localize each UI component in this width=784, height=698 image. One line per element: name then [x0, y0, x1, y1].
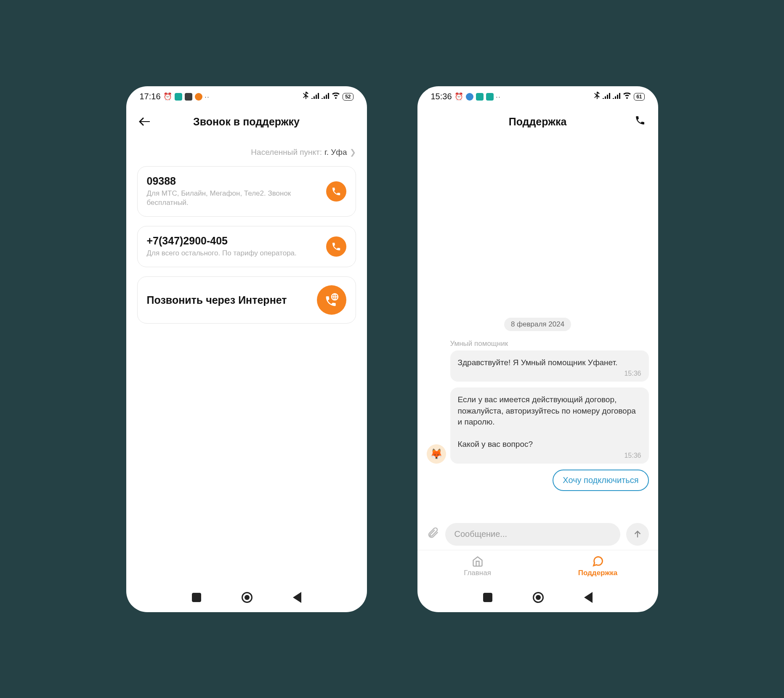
tab-support[interactable]: Поддержка	[538, 550, 658, 583]
status-more-icon: ··	[496, 93, 501, 100]
status-bar: 15:36 ⏰ ·· 61	[417, 86, 658, 107]
phone-support-chat: 15:36 ⏰ ·· 61	[417, 86, 658, 612]
call-card-full[interactable]: +7(347)2900-405 Для всего остального. По…	[137, 226, 356, 267]
tab-home-label: Главная	[464, 569, 491, 577]
bluetooth-icon	[594, 92, 600, 101]
back-system-button[interactable]	[293, 592, 301, 603]
status-time: 15:36	[431, 92, 452, 101]
signal-icon	[613, 93, 620, 101]
system-nav-bar	[126, 583, 367, 612]
home-button[interactable]	[242, 592, 252, 603]
message-composer: Сообщение...	[417, 515, 658, 550]
wifi-icon	[332, 93, 340, 101]
locality-selector[interactable]: Населенный пункт: г. Уфа ❯	[137, 148, 356, 157]
chat-message: Если у вас имеется действующий договор, …	[450, 387, 649, 464]
locality-value: г. Уфа	[324, 148, 347, 157]
bluetooth-icon	[303, 92, 309, 101]
system-nav-bar	[417, 583, 658, 612]
message-placeholder: Сообщение...	[454, 529, 508, 539]
battery-icon: 52	[343, 93, 353, 101]
date-divider: 8 февраля 2024	[504, 318, 571, 331]
call-card-internet[interactable]: Позвонить через Интернет	[137, 276, 356, 324]
phone-desc: Для всего остального. По тарифу оператор…	[147, 249, 320, 258]
battery-icon: 61	[634, 93, 644, 101]
call-button[interactable]	[326, 236, 346, 257]
sender-name: Умный помощник	[450, 340, 649, 348]
call-icon-button[interactable]	[635, 115, 646, 129]
internet-call-title: Позвонить через Интернет	[147, 294, 311, 307]
phone-number: 09388	[147, 175, 320, 187]
tab-support-label: Поддержка	[578, 569, 618, 577]
call-button[interactable]	[326, 181, 346, 202]
call-card-short[interactable]: 09388 Для МТС, Билайн, Мегафон, Теле2. З…	[137, 166, 356, 217]
message-time: 15:36	[458, 452, 641, 459]
signal-icon	[603, 93, 610, 101]
chevron-right-icon: ❯	[350, 148, 356, 157]
signal-icon	[311, 93, 319, 101]
recents-button[interactable]	[192, 593, 201, 602]
status-app-icon	[185, 93, 192, 101]
page-title: Поддержка	[509, 116, 567, 128]
app-header: Звонок в поддержку	[126, 107, 367, 137]
wifi-icon	[623, 93, 631, 101]
status-app-icon	[466, 93, 473, 101]
alarm-icon: ⏰	[454, 92, 463, 101]
status-app-icon	[476, 93, 484, 101]
bottom-nav: Главная Поддержка	[417, 550, 658, 583]
status-app-icon	[195, 93, 202, 101]
back-system-button[interactable]	[584, 592, 593, 603]
recents-button[interactable]	[483, 593, 492, 602]
signal-icon	[322, 93, 329, 101]
back-button[interactable]	[139, 115, 150, 129]
attach-icon[interactable]	[427, 526, 439, 542]
quick-reply-button[interactable]: Хочу подключиться	[553, 470, 648, 491]
status-bar: 17:16 ⏰ ·· 52	[126, 86, 367, 107]
status-time: 17:16	[140, 92, 161, 101]
phone-number: +7(347)2900-405	[147, 235, 320, 247]
status-app-icon	[175, 93, 182, 101]
send-button[interactable]	[626, 523, 649, 546]
message-text: Если у вас имеется действующий договор, …	[458, 394, 641, 450]
page-title: Звонок в поддержку	[193, 116, 300, 128]
chat-body: 8 февраля 2024 Умный помощник 🦊 Здравств…	[417, 137, 658, 515]
bot-avatar: 🦊	[427, 444, 446, 464]
message-text: Здравствуйте! Я Умный помощник Уфанет.	[458, 357, 641, 369]
status-app-icon	[486, 93, 494, 101]
internet-call-button[interactable]	[317, 285, 346, 315]
message-time: 15:36	[458, 370, 641, 377]
message-input[interactable]: Сообщение...	[445, 523, 620, 546]
chat-message: Здравствуйте! Я Умный помощник Уфанет. 1…	[450, 350, 649, 382]
home-button[interactable]	[533, 592, 544, 603]
status-more-icon: ··	[205, 93, 210, 100]
alarm-icon: ⏰	[163, 92, 172, 101]
phone-desc: Для МТС, Билайн, Мегафон, Теле2. Звонок …	[147, 189, 320, 208]
tab-home[interactable]: Главная	[417, 550, 538, 583]
app-header: Поддержка	[417, 107, 658, 137]
phone-call-support: 17:16 ⏰ ·· 52	[126, 86, 367, 612]
locality-label: Населенный пункт:	[251, 148, 322, 157]
